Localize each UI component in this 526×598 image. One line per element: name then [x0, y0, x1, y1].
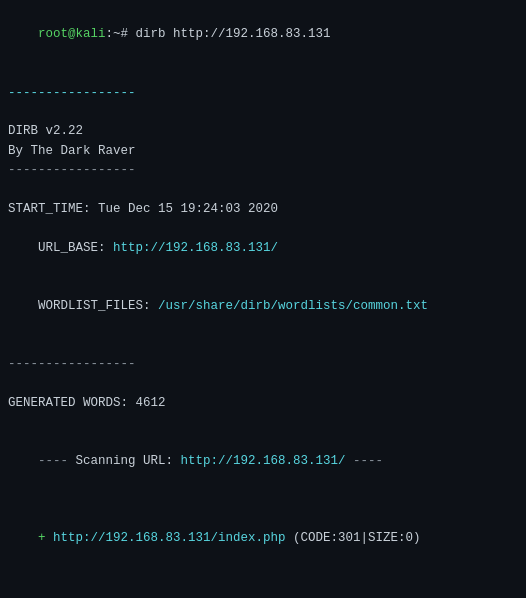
kali-user: root@kali	[38, 27, 106, 41]
blank-line	[8, 374, 518, 393]
index-php-code: (CODE:301|SIZE:0)	[286, 531, 421, 545]
blank-line	[8, 335, 518, 354]
command-text: dirb http://192.168.83.131	[136, 27, 331, 41]
start-time: START_TIME: Tue Dec 15 19:24:03 2020	[8, 200, 518, 219]
scan-target-url: http://192.168.83.131/	[181, 454, 346, 468]
wordlist-value: /usr/share/dirb/wordlists/common.txt	[158, 299, 428, 313]
blank-line	[8, 490, 518, 509]
dash-right: ----	[346, 454, 384, 468]
url-base-label: URL_BASE:	[38, 241, 113, 255]
blank-line	[8, 568, 518, 587]
wordlist-line: WORDLIST_FILES: /usr/share/dirb/wordlist…	[8, 277, 518, 335]
url-base-line: URL_BASE: http://192.168.83.131/	[8, 219, 518, 277]
divider-2: -----------------	[8, 355, 518, 374]
generated-words: GENERATED WORDS: 4612	[8, 394, 518, 413]
url-label: URL:	[136, 454, 181, 468]
prompt-separator: :~#	[106, 27, 136, 41]
plus-icon: +	[38, 531, 53, 545]
scanning-url-line: ---- Scanning URL: http://192.168.83.131…	[8, 432, 518, 490]
dirb-author: By The Dark Raver	[8, 142, 518, 161]
scanning-word: Scanning	[76, 454, 136, 468]
blank-line	[8, 103, 518, 122]
dash-left: ----	[38, 454, 76, 468]
prompt-line: root@kali:~# dirb http://192.168.83.131	[8, 6, 518, 64]
index-php-url: http://192.168.83.131/index.php	[53, 531, 286, 545]
dirb-version: DIRB v2.22	[8, 122, 518, 141]
url-base-value: http://192.168.83.131/	[113, 241, 278, 255]
result-index-php: + http://192.168.83.131/index.php (CODE:…	[8, 510, 518, 568]
description-label: -----------------	[8, 84, 518, 103]
blank-line	[8, 64, 518, 83]
blank-line	[8, 180, 518, 199]
blank-line	[8, 413, 518, 432]
wordlist-label: WORDLIST_FILES:	[38, 299, 158, 313]
terminal-window: root@kali:~# dirb http://192.168.83.131 …	[0, 0, 526, 598]
divider-1: -----------------	[8, 161, 518, 180]
directory-ipdata: ==> DIRECTORY: http://192.168.83.131/ipd…	[8, 587, 518, 598]
